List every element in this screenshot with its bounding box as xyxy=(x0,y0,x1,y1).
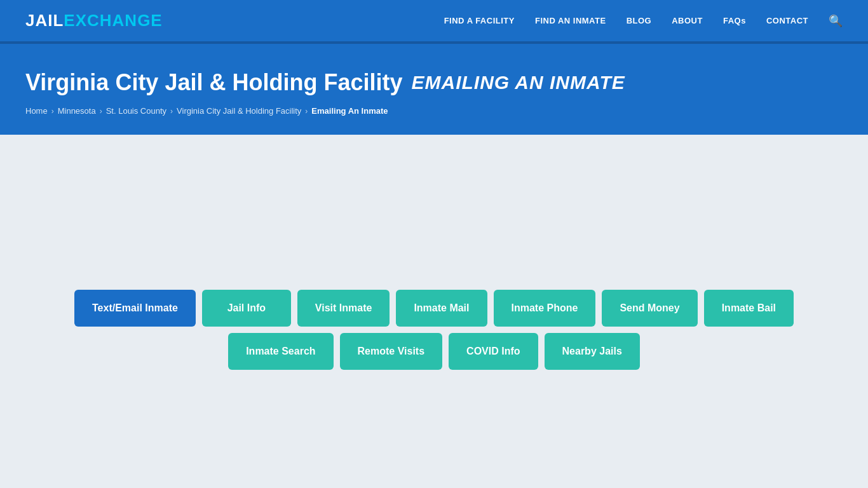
breadcrumb-sep-1: › xyxy=(51,107,54,116)
hero-section: Virginia City Jail & Holding Facility Em… xyxy=(0,44,868,135)
nav-find-inmate[interactable]: FIND AN INMATE xyxy=(535,16,606,25)
btn-inmate-phone[interactable]: Inmate Phone xyxy=(494,290,596,327)
buttons-container: Text/Email Inmate Jail Info Visit Inmate… xyxy=(85,290,783,370)
page-title-sub: Emailing An Inmate xyxy=(411,72,625,93)
breadcrumb-facility[interactable]: Virginia City Jail & Holding Facility xyxy=(177,106,301,116)
breadcrumb-sep-4: › xyxy=(305,107,308,116)
logo-jail-text: JAIL xyxy=(25,11,64,30)
breadcrumb-county[interactable]: St. Louis County xyxy=(106,106,166,116)
site-header: JAIL EXCHANGE FIND A FACILITY FIND AN IN… xyxy=(0,0,868,41)
search-icon[interactable]: 🔍 xyxy=(829,14,843,28)
btn-jail-info[interactable]: Jail Info xyxy=(202,290,291,327)
btn-visit-inmate[interactable]: Visit Inmate xyxy=(297,290,390,327)
nav-blog[interactable]: BLOG xyxy=(627,16,652,25)
btn-remote-visits[interactable]: Remote Visits xyxy=(340,333,443,370)
breadcrumb-sep-3: › xyxy=(170,107,173,116)
breadcrumb-current: Emailing An Inmate xyxy=(311,106,388,116)
buttons-row-1: Text/Email Inmate Jail Info Visit Inmate… xyxy=(74,290,794,327)
nav-about[interactable]: ABOUT xyxy=(672,16,703,25)
nav-find-facility[interactable]: FIND A FACILITY xyxy=(444,16,515,25)
nav-faqs[interactable]: FAQs xyxy=(723,16,746,25)
page-title: Virginia City Jail & Holding Facility Em… xyxy=(25,69,843,96)
btn-text-email-inmate[interactable]: Text/Email Inmate xyxy=(74,290,196,327)
main-content: Text/Email Inmate Jail Info Visit Inmate… xyxy=(0,135,868,408)
page-title-main: Virginia City Jail & Holding Facility xyxy=(25,69,402,96)
breadcrumb-sep-2: › xyxy=(100,107,102,116)
btn-inmate-search[interactable]: Inmate Search xyxy=(228,333,333,370)
breadcrumb-home[interactable]: Home xyxy=(25,106,48,116)
main-nav: FIND A FACILITY FIND AN INMATE BLOG ABOU… xyxy=(444,14,843,28)
breadcrumb-minnesota[interactable]: Minnesota xyxy=(58,106,96,116)
breadcrumb: Home › Minnesota › St. Louis County › Vi… xyxy=(25,106,843,116)
btn-inmate-bail[interactable]: Inmate Bail xyxy=(704,290,794,327)
btn-send-money[interactable]: Send Money xyxy=(602,290,697,327)
btn-nearby-jails[interactable]: Nearby Jails xyxy=(545,333,640,370)
btn-inmate-mail[interactable]: Inmate Mail xyxy=(396,290,487,327)
btn-covid-info[interactable]: COVID Info xyxy=(449,333,538,370)
buttons-row-2: Inmate Search Remote Visits COVID Info N… xyxy=(228,333,640,370)
site-logo[interactable]: JAIL EXCHANGE xyxy=(25,11,163,30)
logo-exchange-text: EXCHANGE xyxy=(64,11,162,30)
nav-contact[interactable]: CONTACT xyxy=(766,16,808,25)
